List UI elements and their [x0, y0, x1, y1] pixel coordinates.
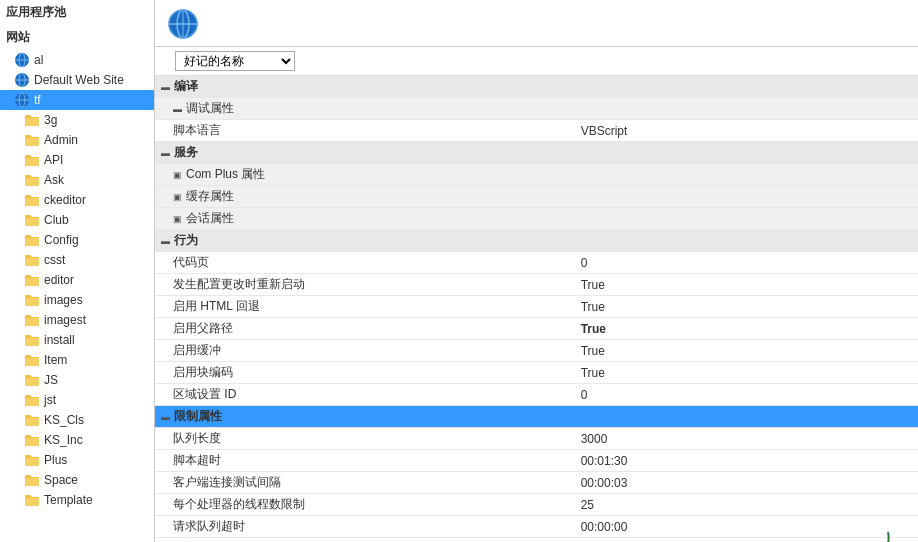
property-value: 00:01:30 — [575, 450, 918, 472]
section-header-row[interactable]: ▬编译 — [155, 76, 918, 98]
arrow-container: ▬编译▬调试属性脚本语言VBScript▬服务▣Com Plus 属性▣缓存属性… — [155, 76, 918, 542]
property-value: True — [575, 340, 918, 362]
property-value: 4194304 — [575, 538, 918, 543]
property-name: 脚本语言 — [155, 120, 575, 142]
sidebar-item-label: Ask — [44, 173, 64, 187]
collapse-group-icon: ▬ — [173, 104, 182, 114]
property-value: True — [575, 274, 918, 296]
section-header-row[interactable]: ▬服务 — [155, 142, 918, 164]
main-panel: 好记的名称配置名称 ▬编译▬调试属性脚本语言VBScript▬服务▣Com Pl… — [155, 0, 918, 542]
property-name: 启用块编码 — [155, 362, 575, 384]
property-value: 0 — [575, 384, 918, 406]
property-value: VBScript — [575, 120, 918, 142]
property-row: 启用块编码True — [155, 362, 918, 384]
properties-table: ▬编译▬调试属性脚本语言VBScript▬服务▣Com Plus 属性▣缓存属性… — [155, 76, 918, 542]
expand-group-icon: ▣ — [173, 192, 182, 202]
sidebar-item[interactable]: 应用程序池 — [0, 0, 154, 25]
group-label-text: Com Plus 属性 — [186, 166, 265, 183]
sidebar-item-label: API — [44, 153, 63, 167]
property-name: 客户端连接测试间隔 — [155, 472, 575, 494]
property-row: 队列长度3000 — [155, 428, 918, 450]
sidebar-item[interactable]: images — [0, 290, 154, 310]
sidebar-item[interactable]: Club — [0, 210, 154, 230]
group-label-text: 缓存属性 — [186, 188, 234, 205]
sidebar-item[interactable]: tf — [0, 90, 154, 110]
sidebar-item-label: Config — [44, 233, 79, 247]
folder-icon — [24, 412, 40, 428]
sidebar-item[interactable]: Template — [0, 490, 154, 510]
property-value: True — [575, 362, 918, 384]
folder-icon — [24, 292, 40, 308]
section-header-row[interactable]: ▬行为 — [155, 230, 918, 252]
sidebar-item[interactable]: Default Web Site — [0, 70, 154, 90]
section-header-row[interactable]: ▬限制属性 — [155, 406, 918, 428]
section-label: 服务 — [174, 144, 198, 161]
sidebar-item[interactable]: Item — [0, 350, 154, 370]
property-row: 脚本语言VBScript — [155, 120, 918, 142]
group-header-row[interactable]: ▣缓存属性 — [155, 186, 918, 208]
property-row: 启用 HTML 回退True — [155, 296, 918, 318]
property-value: 3000 — [575, 428, 918, 450]
sidebar-item-label: images — [44, 293, 83, 307]
folder-icon — [24, 152, 40, 168]
sidebar-item[interactable]: 网站 — [0, 25, 154, 50]
collapse-icon: ▬ — [161, 236, 170, 246]
sidebar-item[interactable]: al — [0, 50, 154, 70]
sidebar-item-label: Default Web Site — [34, 73, 124, 87]
page-header — [155, 0, 918, 47]
group-header-row[interactable]: ▣Com Plus 属性 — [155, 164, 918, 186]
property-name: 启用缓冲 — [155, 340, 575, 362]
display-select[interactable]: 好记的名称配置名称 — [175, 51, 295, 71]
sidebar-item[interactable]: 3g — [0, 110, 154, 130]
folder-icon — [24, 432, 40, 448]
group-header-row[interactable]: ▬调试属性 — [155, 98, 918, 120]
sidebar-item[interactable]: KS_Inc — [0, 430, 154, 450]
section-label: 行为 — [174, 232, 198, 249]
property-row: 请求队列超时00:00:00 — [155, 516, 918, 538]
sidebar-item[interactable]: Space — [0, 470, 154, 490]
sidebar-item-label: KS_Cls — [44, 413, 84, 427]
folder-icon — [24, 272, 40, 288]
property-name: 队列长度 — [155, 428, 575, 450]
folder-icon — [24, 392, 40, 408]
group-header-row[interactable]: ▣会话属性 — [155, 208, 918, 230]
group-label-text: 调试属性 — [186, 100, 234, 117]
folder-icon — [24, 232, 40, 248]
sidebar-item[interactable]: ckeditor — [0, 190, 154, 210]
sidebar-item[interactable]: JS — [0, 370, 154, 390]
property-row: 启用父路径True — [155, 318, 918, 340]
site-icon — [14, 92, 30, 108]
sidebar-item[interactable]: imagest — [0, 310, 154, 330]
sidebar-item-label: Admin — [44, 133, 78, 147]
sidebar-item[interactable]: editor — [0, 270, 154, 290]
sidebar-item[interactable]: install — [0, 330, 154, 350]
sidebar-item[interactable]: Ask — [0, 170, 154, 190]
sidebar-item-label: imagest — [44, 313, 86, 327]
sidebar-item[interactable]: Admin — [0, 130, 154, 150]
sidebar-item[interactable]: Plus — [0, 450, 154, 470]
sidebar-item-label: jst — [44, 393, 56, 407]
property-name: 区域设置 ID — [155, 384, 575, 406]
sidebar-item[interactable]: API — [0, 150, 154, 170]
collapse-icon: ▬ — [161, 148, 170, 158]
property-value: 0 — [575, 252, 918, 274]
property-value: True — [575, 318, 918, 340]
property-name: 请求队列超时 — [155, 516, 575, 538]
property-row: 代码页0 — [155, 252, 918, 274]
sidebar-item[interactable]: jst — [0, 390, 154, 410]
property-value: 25 — [575, 494, 918, 516]
property-value: 00:00:03 — [575, 472, 918, 494]
sidebar-item[interactable]: csst — [0, 250, 154, 270]
property-name: 每个处理器的线程数限制 — [155, 494, 575, 516]
sidebar-item[interactable]: Config — [0, 230, 154, 250]
section-label: 编译 — [174, 78, 198, 95]
sidebar-item-label: ckeditor — [44, 193, 86, 207]
sidebar-item-label: Space — [44, 473, 78, 487]
folder-icon — [24, 492, 40, 508]
expand-group-icon: ▣ — [173, 170, 182, 180]
sidebar-item-label: Club — [44, 213, 69, 227]
property-value: True — [575, 296, 918, 318]
sidebar-item[interactable]: KS_Cls — [0, 410, 154, 430]
sidebar-item-label: Template — [44, 493, 93, 507]
sidebar-item-label: 3g — [44, 113, 57, 127]
